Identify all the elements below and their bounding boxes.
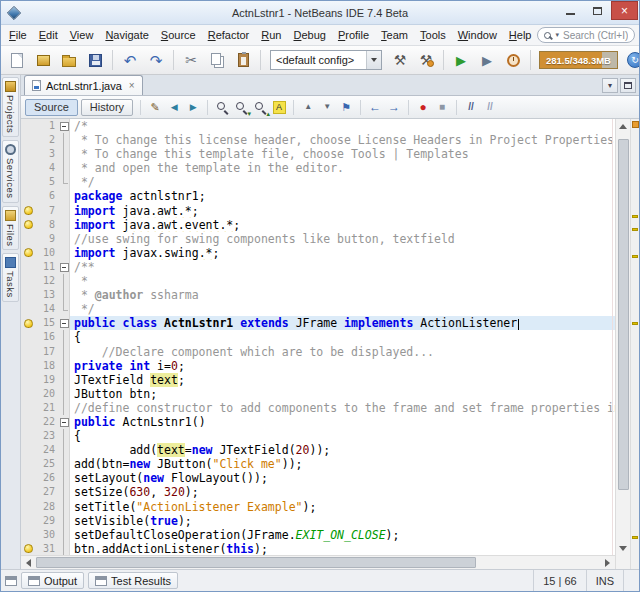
find-next-icon[interactable]: ▾ [232, 98, 250, 116]
fold-marker[interactable] [59, 260, 70, 274]
line-number[interactable]: 25 [35, 457, 59, 471]
glyph-gutter[interactable] [21, 119, 35, 133]
code-text[interactable]: { [70, 330, 615, 344]
code-line[interactable]: 29setVisible(true); [21, 514, 615, 528]
code-line[interactable]: 10import javax.swing.*; [21, 246, 615, 260]
undo-button[interactable]: ↶ [118, 48, 142, 72]
code-text[interactable]: */ [70, 175, 615, 189]
code-text[interactable]: /** [70, 260, 615, 274]
run-project-button[interactable]: ▶ [449, 48, 473, 72]
source-view-button[interactable]: Source [25, 99, 78, 116]
glyph-gutter[interactable] [21, 359, 35, 373]
glyph-gutter[interactable] [21, 542, 35, 555]
find-previous-icon[interactable]: ▴ [251, 98, 269, 116]
fold-marker[interactable] [59, 316, 70, 330]
search-input[interactable]: ▾ Search (Ctrl+I) [537, 27, 635, 43]
code-text[interactable]: * @author ssharma [70, 288, 615, 302]
config-select[interactable]: <default config> [270, 50, 382, 70]
maximize-editor-icon[interactable] [620, 78, 636, 93]
line-number[interactable]: 24 [35, 443, 59, 457]
glyph-gutter[interactable] [21, 471, 35, 485]
menu-profile[interactable]: Profile [332, 26, 375, 44]
menu-team[interactable]: Team [375, 26, 414, 44]
glyph-gutter[interactable] [21, 429, 35, 443]
last-edit-icon[interactable]: ✎ [146, 98, 164, 116]
memory-indicator[interactable]: 281.5/348.3MB [539, 51, 618, 69]
code-text[interactable]: setDefaultCloseOperation(JFrame.EXIT_ON_… [70, 528, 615, 542]
glyph-gutter[interactable] [21, 147, 35, 161]
code-line[interactable]: 22public ActnLstnr1() [21, 415, 615, 429]
menu-file[interactable]: File [3, 26, 33, 44]
code-line[interactable]: 1/* [21, 119, 615, 133]
code-text[interactable]: JButton btn; [70, 387, 615, 401]
scroll-left-icon[interactable] [21, 556, 36, 569]
glyph-gutter[interactable] [21, 330, 35, 344]
code-line[interactable]: 28setTitle("ActionListener Example"); [21, 500, 615, 514]
line-number[interactable]: 19 [35, 373, 59, 387]
code-text[interactable]: * [70, 274, 615, 288]
open-project-button[interactable] [57, 48, 81, 72]
code-text[interactable]: package actnlstnr1; [70, 189, 615, 203]
vertical-scrollbar[interactable] [615, 119, 630, 555]
shift-right-icon[interactable]: → [385, 98, 403, 116]
comment-icon[interactable]: // [462, 98, 480, 116]
code-line[interactable]: 23{ [21, 429, 615, 443]
code-text[interactable]: //define constructor to add components t… [70, 401, 615, 415]
line-number[interactable]: 10 [35, 246, 59, 260]
code-text[interactable]: add(btn=new JButton("Click me")); [70, 457, 615, 471]
save-all-button[interactable] [83, 48, 107, 72]
code-text[interactable]: import java.awt.event.*; [70, 218, 615, 232]
line-number[interactable]: 30 [35, 528, 59, 542]
glyph-gutter[interactable] [21, 232, 35, 246]
line-number[interactable]: 26 [35, 471, 59, 485]
build-project-button[interactable]: ⚒ [388, 48, 412, 72]
error-stripe-mark[interactable] [632, 255, 638, 258]
glyph-gutter[interactable] [21, 373, 35, 387]
code-text[interactable]: JTextField text; [70, 373, 615, 387]
test-results-window-button[interactable]: Test Results [88, 572, 178, 589]
code-line[interactable]: 19JTextField text; [21, 373, 615, 387]
glyph-gutter[interactable] [21, 218, 35, 232]
maximize-button[interactable] [584, 1, 611, 20]
new-file-button[interactable] [5, 48, 29, 72]
error-stripe-mark[interactable] [632, 228, 638, 231]
menu-view[interactable]: View [64, 26, 100, 44]
error-stripe-mark[interactable] [632, 215, 638, 218]
line-number[interactable]: 9 [35, 232, 59, 246]
code-text[interactable]: */ [70, 302, 615, 316]
code-text[interactable]: //use swing for swing components like bu… [70, 232, 615, 246]
history-view-button[interactable]: History [81, 99, 133, 116]
error-stripe-mark[interactable] [632, 536, 638, 539]
menu-navigate[interactable]: Navigate [99, 26, 154, 44]
line-number[interactable]: 5 [35, 175, 59, 189]
sidebar-item-tasks[interactable]: Tasks [2, 253, 19, 302]
scroll-up-icon[interactable] [616, 119, 630, 133]
code-line[interactable]: 7import java.awt.*; [21, 204, 615, 218]
code-line[interactable]: 15public class ActnLstnr1 extends JFrame… [21, 316, 615, 330]
toggle-bookmark-icon[interactable]: ⚑ [337, 98, 355, 116]
cut-button[interactable]: ✂ [179, 48, 203, 72]
vscrollbar-thumb[interactable] [618, 139, 629, 490]
code-line[interactable]: 16{ [21, 330, 615, 344]
code-line[interactable]: 6package actnlstnr1; [21, 189, 615, 203]
output-window-button[interactable]: Output [21, 572, 84, 589]
code-line[interactable]: 3 * To change this template file, choose… [21, 147, 615, 161]
line-number[interactable]: 20 [35, 387, 59, 401]
code-line[interactable]: 4 * and open the template in the editor. [21, 161, 615, 175]
menu-debug[interactable]: Debug [287, 26, 331, 44]
code-text[interactable]: setSize(630, 320); [70, 485, 615, 499]
code-line[interactable]: 2 * To change this license header, choos… [21, 133, 615, 147]
glyph-gutter[interactable] [21, 274, 35, 288]
code-text[interactable]: public ActnLstnr1() [70, 415, 615, 429]
code-text[interactable]: setLayout(new FlowLayout()); [70, 471, 615, 485]
line-number[interactable]: 1 [35, 119, 59, 133]
code-text[interactable]: * To change this template file, choose T… [70, 147, 615, 161]
code-line[interactable]: 25add(btn=new JButton("Click me")); [21, 457, 615, 471]
glyph-gutter[interactable] [21, 316, 35, 330]
document-list-icon[interactable]: ▾ [602, 78, 618, 93]
line-number[interactable]: 13 [35, 288, 59, 302]
minimize-button[interactable] [557, 1, 584, 20]
line-number[interactable]: 17 [35, 345, 59, 359]
refresh-button[interactable]: ↻ [623, 48, 639, 72]
line-number[interactable]: 18 [35, 359, 59, 373]
